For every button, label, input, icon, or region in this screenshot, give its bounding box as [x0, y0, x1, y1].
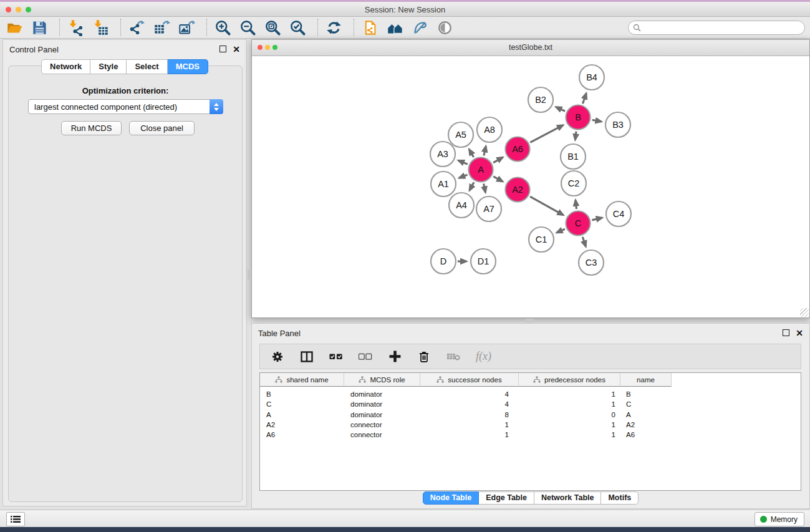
- column-header-successor-nodes[interactable]: successor nodes: [420, 373, 519, 387]
- run-mcds-button[interactable]: Run MCDS: [61, 121, 122, 135]
- float-table-panel-icon[interactable]: [783, 329, 789, 336]
- table-cell[interactable]: A2: [260, 421, 344, 428]
- table-cell[interactable]: 1: [420, 421, 519, 428]
- preview-eye-icon[interactable]: [436, 19, 453, 36]
- column-header-shared-name[interactable]: shared name: [260, 373, 344, 387]
- column-header-name[interactable]: name: [620, 373, 672, 387]
- table-row[interactable]: A6connector11A6: [260, 430, 801, 440]
- close-panel-button[interactable]: Close panel: [129, 121, 195, 135]
- column-header-MCDS-role[interactable]: MCDS role: [344, 373, 420, 387]
- table-cell[interactable]: B: [620, 390, 672, 398]
- table-cell[interactable]: A2: [620, 421, 672, 428]
- edge-B-B4[interactable]: [582, 94, 586, 104]
- export-image-icon[interactable]: [178, 19, 195, 36]
- table-cell[interactable]: C: [620, 400, 672, 408]
- network-minimize-traffic-light[interactable]: [265, 45, 270, 50]
- tab-node-table[interactable]: Node Table: [423, 491, 479, 505]
- delete-table-icon[interactable]: [446, 350, 460, 364]
- tab-select[interactable]: Select: [127, 59, 167, 74]
- table-settings-gear-icon[interactable]: [271, 350, 284, 364]
- edge-B-B1[interactable]: [575, 132, 576, 140]
- criterion-dropdown[interactable]: largest connected component (directed): [28, 99, 223, 114]
- horizontal-split-handle[interactable]: [248, 269, 251, 279]
- tab-style[interactable]: Style: [90, 59, 127, 74]
- edge-A2-C[interactable]: [530, 196, 563, 215]
- tab-edge-table[interactable]: Edge Table: [479, 491, 534, 505]
- table-cell[interactable]: 8: [420, 411, 519, 418]
- tab-network[interactable]: Network: [41, 59, 90, 74]
- export-table-icon[interactable]: [153, 19, 170, 36]
- import-table-icon[interactable]: [92, 19, 109, 36]
- table-cell[interactable]: 4: [420, 390, 519, 398]
- delete-columns-trash-icon[interactable]: [417, 350, 431, 364]
- edge-A6-B[interactable]: [530, 125, 563, 143]
- zoom-in-icon[interactable]: [215, 19, 231, 36]
- table-cell[interactable]: connector: [344, 421, 420, 428]
- edge-C-C2[interactable]: [576, 200, 577, 209]
- float-panel-icon[interactable]: [219, 46, 226, 52]
- table-cell[interactable]: 1: [420, 431, 519, 438]
- edge-A-A4[interactable]: [470, 182, 474, 190]
- task-history-button[interactable]: [6, 512, 25, 526]
- tab-motifs[interactable]: Motifs: [601, 491, 639, 505]
- function-builder-icon[interactable]: f(x): [476, 350, 491, 363]
- table-cell[interactable]: C: [260, 400, 344, 408]
- refresh-icon[interactable]: [325, 19, 342, 36]
- hide-graphics-details-icon[interactable]: [412, 19, 428, 36]
- network-canvas[interactable]: B4B2BB3A5A8A6A3AB1A1A2C2A4A7C4CC1C3DD1: [252, 56, 809, 317]
- table-row[interactable]: A2connector11A2: [260, 420, 801, 430]
- close-panel-icon[interactable]: ✕: [233, 46, 240, 52]
- table-cell[interactable]: A6: [260, 431, 344, 438]
- edge-A-A2[interactable]: [493, 177, 503, 181]
- table-cell[interactable]: 1: [519, 390, 620, 398]
- table-cell[interactable]: 0: [519, 411, 620, 418]
- dropdown-stepper-icon[interactable]: [210, 99, 223, 114]
- table-cell[interactable]: A: [620, 411, 672, 418]
- add-column-icon[interactable]: [388, 350, 402, 364]
- network-zoom-traffic-light[interactable]: [272, 45, 277, 50]
- table-cell[interactable]: A6: [620, 431, 672, 438]
- deselect-all-columns-icon[interactable]: [359, 350, 372, 364]
- tab-network-table[interactable]: Network Table: [534, 491, 602, 505]
- select-all-columns-icon[interactable]: [329, 350, 343, 364]
- tab-mcds[interactable]: MCDS: [168, 59, 208, 74]
- table-cell[interactable]: connector: [344, 431, 420, 438]
- column-header-predecessor-nodes[interactable]: predecessor nodes: [519, 373, 620, 387]
- show-column-panel-icon[interactable]: [300, 350, 314, 364]
- table-row[interactable]: Bdominator41B: [260, 389, 801, 399]
- edge-B-B2[interactable]: [556, 107, 565, 111]
- table-cell[interactable]: dominator: [344, 411, 420, 418]
- save-session-icon[interactable]: [31, 19, 48, 36]
- table-row[interactable]: Adominator80A: [260, 410, 801, 420]
- search-input[interactable]: [628, 21, 805, 35]
- edge-A-A7[interactable]: [484, 184, 486, 193]
- edge-A-A5[interactable]: [469, 149, 473, 157]
- window-resize-grip[interactable]: [800, 308, 809, 317]
- zoom-out-icon[interactable]: [239, 19, 256, 36]
- network-graph[interactable]: B4B2BB3A5A8A6A3AB1A1A2C2A4A7C4CC1C3DD1: [252, 56, 809, 317]
- table-cell[interactable]: B: [260, 390, 344, 398]
- edge-A-A3[interactable]: [458, 160, 468, 164]
- edge-C-C3[interactable]: [582, 237, 586, 247]
- zoom-fit-icon[interactable]: [264, 19, 281, 36]
- export-network-icon[interactable]: [128, 19, 145, 36]
- edge-C-C4[interactable]: [592, 218, 602, 220]
- table-cell[interactable]: 1: [519, 421, 620, 428]
- table-row[interactable]: Cdominator41C: [260, 399, 801, 409]
- memory-button[interactable]: Memory: [755, 512, 804, 526]
- table-cell[interactable]: dominator: [344, 400, 420, 408]
- table-cell[interactable]: dominator: [344, 390, 420, 398]
- table-cell[interactable]: A: [260, 411, 344, 418]
- table-cell[interactable]: 1: [519, 431, 620, 438]
- zoom-selected-icon[interactable]: [289, 19, 306, 36]
- edge-A-A8[interactable]: [484, 146, 486, 155]
- network-close-traffic-light[interactable]: [258, 45, 263, 50]
- first-neighbors-icon[interactable]: [387, 19, 403, 36]
- edge-B-B3[interactable]: [592, 120, 602, 122]
- close-table-panel-icon[interactable]: ✕: [796, 330, 803, 336]
- table-cell[interactable]: 4: [420, 400, 519, 408]
- edge-A-A1[interactable]: [459, 175, 467, 178]
- edge-A-A6[interactable]: [493, 157, 503, 163]
- edge-C-C1[interactable]: [557, 229, 565, 233]
- import-network-icon[interactable]: [67, 19, 84, 36]
